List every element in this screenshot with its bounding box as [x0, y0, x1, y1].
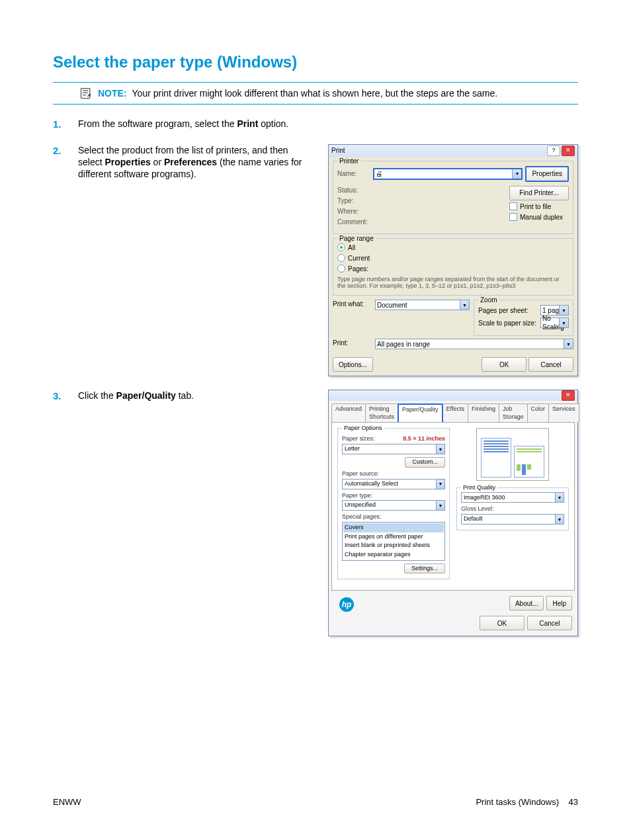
about-button[interactable]: About...	[509, 596, 544, 610]
print-dialog: Print ? ✕ Printer Name:	[328, 144, 578, 377]
pages-label: Pages:	[348, 265, 368, 273]
note-icon	[79, 87, 93, 100]
print-select[interactable]: All pages in range▼	[375, 339, 573, 349]
note-text: Your print driver might look different t…	[132, 88, 498, 99]
tab-job-storage[interactable]: Job Storage	[499, 403, 528, 422]
text: From the software program, select the	[78, 118, 237, 129]
cancel-button[interactable]: Cancel	[527, 616, 572, 630]
text-bold: Properties	[105, 157, 150, 167]
group-label: Page range	[337, 234, 376, 243]
list-item[interactable]: Print pages on different paper	[343, 532, 444, 542]
settings-button[interactable]: Settings...	[404, 564, 445, 574]
paper-type-label: Paper type:	[342, 492, 445, 500]
page-range-hint: Type page numbers and/or page ranges sep…	[337, 276, 569, 290]
text: tab.	[176, 390, 194, 401]
properties-button[interactable]: Properties	[525, 166, 569, 182]
cancel-button[interactable]: Cancel	[528, 357, 573, 372]
chevron-down-icon: ▼	[460, 300, 469, 310]
chevron-down-icon: ▼	[436, 480, 444, 489]
window-title: Print	[331, 146, 546, 155]
manual-duplex-checkbox[interactable]	[509, 213, 517, 221]
manual-duplex-label: Manual duplex	[520, 213, 563, 222]
tab-services[interactable]: Services	[548, 403, 579, 422]
note-label: NOTE:	[98, 88, 127, 99]
page-title: Select the paper type (Windows)	[53, 53, 578, 71]
print-to-file-checkbox[interactable]	[509, 202, 517, 210]
group-label: Paper Options	[342, 425, 384, 433]
print-quality-group: Print Quality ImageREt 3600▼ Gloss Level…	[456, 487, 569, 530]
tab-color[interactable]: Color	[527, 403, 550, 422]
paper-size-dim: 8.5 × 11 inches	[403, 435, 445, 443]
print-what-select[interactable]: Document▼	[375, 300, 470, 310]
hp-logo-icon: hp	[339, 597, 354, 612]
help-icon[interactable]: ?	[547, 146, 560, 156]
titlebar: Print ? ✕	[329, 145, 577, 157]
page-footer: ENWW Print tasks (Windows) 43	[53, 797, 578, 807]
tab-printing-shortcuts[interactable]: Printing Shortcuts	[365, 403, 398, 422]
list-item[interactable]: Insert blank or preprinted sheets	[343, 541, 444, 550]
footer-section: Print tasks (Windows)	[476, 797, 559, 807]
titlebar: ✕	[329, 390, 577, 401]
text: option.	[258, 118, 288, 129]
print-label: Print:	[333, 339, 371, 349]
pages-per-sheet-label: Pages per sheet:	[478, 306, 538, 315]
special-pages-list[interactable]: Covers Print pages on different paper In…	[342, 522, 445, 561]
chevron-down-icon: ▼	[559, 318, 568, 327]
zoom-group: Zoom Pages per sheet: 1 page▼ Scale to p…	[474, 300, 573, 336]
tab-advanced[interactable]: Advanced	[331, 403, 366, 422]
select-value: Letter	[345, 445, 360, 453]
scale-select[interactable]: No Scaling▼	[540, 317, 569, 328]
close-icon[interactable]: ✕	[562, 390, 575, 401]
step-1: 1. From the software program, select the…	[53, 118, 578, 131]
printer-name-select[interactable]: 🖨 ▼	[373, 168, 523, 180]
comment-label: Comment:	[337, 218, 370, 226]
select-value: Document	[377, 301, 407, 310]
step-number: 3.	[53, 390, 71, 403]
ok-button[interactable]: OK	[480, 616, 525, 630]
all-radio[interactable]	[337, 243, 345, 251]
step-number: 2.	[53, 144, 71, 157]
print-what-label: Print what:	[333, 300, 371, 336]
tabs: Advanced Printing Shortcuts Paper/Qualit…	[329, 401, 577, 422]
special-pages-label: Special pages:	[342, 513, 445, 521]
paper-size-select[interactable]: Letter▼	[342, 444, 445, 454]
group-label: Zoom	[478, 296, 499, 304]
paper-options-group: Paper Options Paper sizes: 8.5 × 11 inch…	[337, 428, 450, 579]
chevron-down-icon: ▼	[512, 169, 521, 179]
tab-paper-quality[interactable]: Paper/Quality	[398, 403, 443, 422]
list-item[interactable]: Chapter separator pages	[343, 550, 444, 560]
step-3: 3. Click the Paper/Quality tab. ✕ Advanc…	[53, 390, 578, 636]
paper-type-select[interactable]: Unspecified▼	[342, 500, 445, 511]
printer-group: Printer Name: 🖨 ▼ Properties	[333, 161, 573, 234]
step-number: 1.	[53, 118, 71, 131]
step-2: 2. Select the product from the list of p…	[53, 144, 578, 377]
custom-button[interactable]: Custom...	[405, 457, 445, 468]
current-radio[interactable]	[337, 254, 345, 262]
page-number: 43	[569, 797, 578, 807]
step-body: Select the product from the list of prin…	[78, 144, 310, 181]
list-item[interactable]: Covers	[343, 523, 444, 532]
page-preview	[476, 428, 549, 481]
text-bold: Paper/Quality	[116, 390, 176, 401]
ok-button[interactable]: OK	[482, 357, 526, 372]
tab-finishing[interactable]: Finishing	[468, 403, 499, 422]
select-value: All pages in range	[377, 340, 430, 349]
text: or	[151, 157, 164, 167]
options-button[interactable]: Options...	[333, 357, 373, 372]
chevron-down-icon: ▼	[559, 306, 568, 315]
print-to-file-label: Print to file	[520, 202, 551, 211]
select-value: Automatically Select	[345, 480, 398, 488]
gloss-level-label: Gloss Level:	[461, 505, 564, 513]
pages-radio[interactable]	[337, 265, 345, 273]
tab-effects[interactable]: Effects	[442, 403, 468, 422]
close-icon[interactable]: ✕	[562, 146, 575, 156]
paper-source-select[interactable]: Automatically Select▼	[342, 479, 445, 489]
all-label: All	[348, 243, 355, 252]
find-printer-button[interactable]: Find Printer...	[509, 186, 569, 200]
print-quality-select[interactable]: ImageREt 3600▼	[461, 492, 564, 503]
group-label: Print Quality	[461, 484, 497, 492]
help-button[interactable]: Help	[546, 596, 572, 610]
select-value: Default	[464, 515, 483, 523]
note-callout: NOTE: Your print driver might look diffe…	[53, 82, 578, 105]
gloss-level-select[interactable]: Default▼	[461, 514, 564, 525]
